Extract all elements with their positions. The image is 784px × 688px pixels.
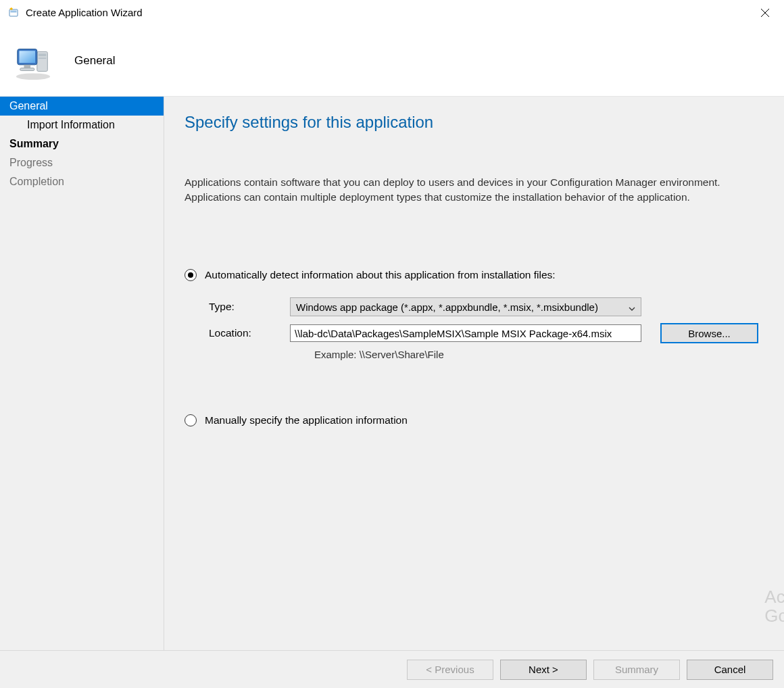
sidebar-step-import-information[interactable]: Import Information — [0, 116, 164, 134]
summary-button: Summary — [593, 660, 680, 680]
svg-rect-12 — [24, 65, 30, 68]
sidebar-step-general[interactable]: General — [0, 97, 164, 116]
svg-rect-13 — [20, 68, 34, 71]
previous-button: < Previous — [407, 660, 493, 680]
ghost-line-2: Go — [764, 606, 784, 626]
radio-manual-row: Manually specify the application informa… — [185, 414, 764, 426]
content-heading: Specify settings for this application — [185, 113, 764, 132]
type-select-value: Windows app package (*.appx, *.appxbundl… — [296, 301, 598, 313]
ghost-line-1: Ac — [764, 587, 784, 607]
location-label: Location: — [209, 327, 290, 339]
main-area: General Import Information Summary Progr… — [0, 97, 784, 650]
ghost-text: Ac Go — [764, 587, 784, 626]
svg-point-5 — [16, 73, 50, 80]
location-example: Example: \\Server\Share\File — [314, 349, 764, 360]
page-title: General — [74, 54, 115, 68]
radio-manual-label: Manually specify the application informa… — [205, 414, 408, 426]
content-description: Applications contain software that you c… — [185, 175, 759, 204]
computer-icon — [12, 40, 54, 82]
sidebar-step-summary[interactable]: Summary — [0, 134, 164, 153]
sidebar-step-progress[interactable]: Progress — [0, 153, 164, 172]
location-input[interactable] — [290, 324, 641, 342]
svg-rect-1 — [11, 10, 17, 12]
wizard-sidebar: General Import Information Summary Progr… — [0, 97, 164, 650]
wizard-footer: < Previous Next > Summary Cancel — [0, 650, 784, 688]
chevron-down-icon — [629, 301, 635, 313]
titlebar: Create Application Wizard — [0, 0, 784, 26]
wizard-icon — [7, 6, 20, 20]
radio-auto-detect[interactable] — [185, 269, 197, 281]
type-row: Type: Windows app package (*.appx, *.app… — [209, 297, 764, 316]
wizard-content: Specify settings for this application Ap… — [164, 97, 784, 650]
location-row: Location: Browse... — [209, 323, 764, 343]
wizard-header: General — [0, 26, 784, 96]
radio-auto-detect-label: Automatically detect information about t… — [205, 269, 556, 281]
svg-rect-11 — [20, 51, 35, 62]
auto-detect-form: Type: Windows app package (*.appx, *.app… — [185, 297, 764, 360]
svg-rect-8 — [39, 57, 47, 59]
next-button[interactable]: Next > — [500, 660, 587, 680]
type-select[interactable]: Windows app package (*.appx, *.appxbundl… — [290, 297, 641, 316]
cancel-button[interactable]: Cancel — [687, 660, 773, 680]
window-title: Create Application Wizard — [26, 7, 143, 18]
radio-manual[interactable] — [185, 414, 197, 426]
svg-rect-7 — [39, 53, 47, 56]
radio-auto-detect-row: Automatically detect information about t… — [185, 269, 764, 281]
type-label: Type: — [209, 301, 290, 313]
close-button[interactable] — [750, 3, 780, 23]
browse-button[interactable]: Browse... — [660, 323, 758, 343]
sidebar-step-completion[interactable]: Completion — [0, 172, 164, 191]
